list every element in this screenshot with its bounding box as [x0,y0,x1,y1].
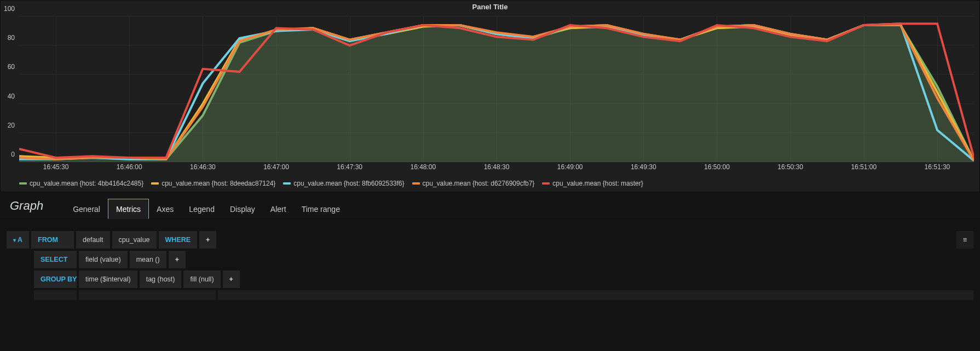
tab-legend[interactable]: Legend [181,199,222,218]
from-policy[interactable]: default [76,231,110,249]
where-keyword: WHERE [159,231,198,249]
legend-swatch-icon [283,182,291,185]
legend-item[interactable]: cpu_value.mean {host: d6276909cfb7} [412,180,535,187]
where-add-button[interactable]: + [199,231,216,249]
from-measurement[interactable]: cpu_value [112,231,157,249]
x-tick-label: 16:51:30 [925,163,950,171]
x-tick-label: 16:48:30 [484,163,510,171]
select-add-button[interactable]: + [169,251,186,268]
query-row-from: ▾A FROM default cpu_value WHERE + ≡ [7,231,973,249]
select-aggregation[interactable]: mean () [130,251,166,268]
plot-area[interactable] [19,16,974,162]
select-field[interactable]: field (value) [79,251,128,268]
x-tick-label: 16:49:30 [631,163,656,171]
query-toggle-a[interactable]: ▾A [7,231,29,249]
x-tick-label: 16:51:00 [851,163,877,171]
x-tick-label: 16:47:00 [263,163,289,171]
legend-item[interactable]: cpu_value.mean {host: 8fb6092533f6} [283,180,404,187]
legend-label: cpu_value.mean {host: d6276909cfb7} [423,180,535,187]
groupby-keyword: GROUP BY [34,271,77,288]
x-tick-label: 16:45:30 [43,163,69,171]
chart-legend: cpu_value.mean {host: 4bb4164c2485}cpu_v… [1,176,979,192]
editor-tabs-bar: Graph GeneralMetricsAxesLegendDisplayAle… [0,192,980,219]
query-row-groupby: GROUP BY time ($interval) tag (host) fil… [7,271,973,288]
panel-title: Panel Title [1,1,979,12]
x-tick-label: 16:48:00 [410,163,436,171]
legend-swatch-icon [151,182,159,185]
x-axis: 16:45:3016:46:0016:46:3016:47:0016:47:30… [19,163,974,173]
query-editor: ▾A FROM default cpu_value WHERE + ≡ SELE… [0,219,980,307]
tab-display[interactable]: Display [222,199,263,218]
y-tick-label: 80 [8,34,15,42]
editor-type-title: Graph [10,199,43,218]
x-tick-label: 16:46:30 [190,163,216,171]
y-tick-label: 0 [11,151,15,158]
y-axis: 020406080100 [3,16,18,162]
y-tick-label: 100 [4,5,15,13]
hamburger-icon: ≡ [963,236,967,244]
groupby-add-button[interactable]: + [223,271,240,288]
groupby-fill[interactable]: fill (null) [183,271,220,288]
groupby-time[interactable]: time ($interval) [79,271,137,288]
extra-label [34,290,77,300]
tab-axes[interactable]: Axes [149,199,181,218]
tab-general[interactable]: General [65,199,108,218]
tab-alert[interactable]: Alert [263,199,294,218]
legend-swatch-icon [412,182,420,185]
from-keyword: FROM [31,231,74,249]
tab-metrics[interactable]: Metrics [108,199,149,219]
chart-area[interactable]: 020406080100 16:45:3016:46:0016:46:3016:… [1,12,979,176]
legend-label: cpu_value.mean {host: 4bb4164c2485} [30,180,143,187]
legend-swatch-icon [19,182,27,185]
graph-panel: Panel Title 020406080100 16:45:3016:46:0… [0,0,980,192]
legend-item[interactable]: cpu_value.mean {host: 4bb4164c2485} [19,180,143,187]
legend-item[interactable]: cpu_value.mean {host: 8deedac87124} [151,180,275,187]
legend-label: cpu_value.mean {host: master} [552,180,643,187]
x-tick-label: 16:46:00 [117,163,142,171]
x-tick-label: 16:49:00 [557,163,583,171]
panel-editor: Graph GeneralMetricsAxesLegendDisplayAle… [0,192,980,307]
select-keyword: SELECT [34,251,77,268]
query-menu-button[interactable]: ≡ [956,231,973,249]
y-tick-label: 40 [8,93,15,100]
legend-swatch-icon [542,182,550,185]
legend-label: cpu_value.mean {host: 8fb6092533f6} [293,180,404,187]
x-tick-label: 16:50:30 [777,163,803,171]
query-row-select: SELECT field (value) mean () + [7,251,973,268]
editor-tabs: GeneralMetricsAxesLegendDisplayAlertTime… [65,199,348,218]
legend-item[interactable]: cpu_value.mean {host: master} [542,180,643,187]
legend-label: cpu_value.mean {host: 8deedac87124} [162,180,275,187]
series-svg [19,16,974,162]
tab-time-range[interactable]: Time range [294,199,348,218]
y-tick-label: 20 [8,122,15,129]
x-tick-label: 16:47:30 [337,163,362,171]
y-tick-label: 60 [8,63,15,71]
query-row-extra [7,290,973,300]
x-tick-label: 16:50:00 [704,163,730,171]
groupby-tag[interactable]: tag (host) [140,271,182,288]
